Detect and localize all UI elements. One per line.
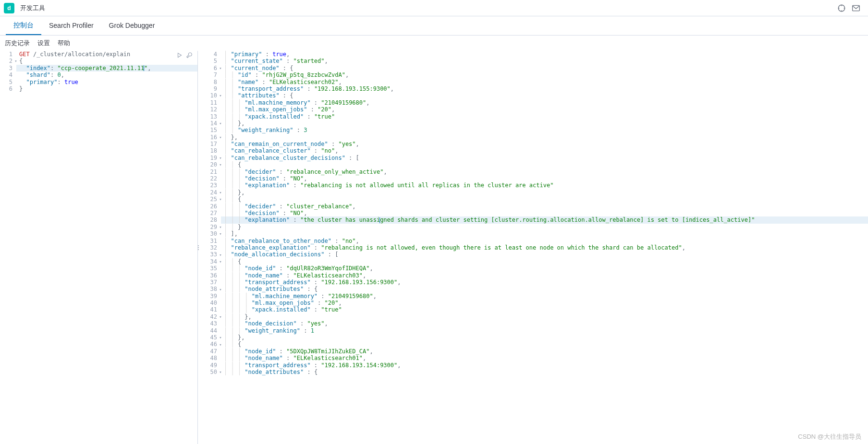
response-line[interactable]: │ │ │ "explanation" : "the cluster has u… (221, 216, 868, 223)
send-request-icon[interactable] (176, 52, 183, 59)
fold-toggle[interactable]: ▾ (218, 341, 223, 348)
fold-toggle[interactable]: ▾ (218, 224, 223, 230)
response-line[interactable]: │ │ }, (221, 334, 868, 341)
response-line[interactable]: │ }, (221, 134, 868, 141)
response-line[interactable]: │ │ "attributes" : { (221, 92, 868, 99)
mail-icon[interactable] (852, 4, 860, 12)
response-line[interactable]: │ "node_allocation_decisions" : [ (221, 251, 868, 258)
response-line[interactable]: │ "can_remain_on_current_node" : "yes", (221, 141, 868, 147)
response-line[interactable]: │ │ "transport_address" : "192.168.193.1… (221, 85, 868, 92)
request-line[interactable]: "index": "ccp-cooperate_2021.11.11", (16, 65, 197, 72)
response-line[interactable]: │ │ │ "node_id" : "dqUlR82oR3WmYqofIDHEQ… (221, 265, 868, 272)
fold-toggle[interactable]: ▾ (218, 334, 223, 341)
fold-toggle[interactable]: ▾ (218, 313, 223, 320)
response-line[interactable]: │ │ │ │ "ml.max_open_jobs" : "20", (221, 300, 868, 306)
response-line[interactable]: │ │ │ "ml.max_open_jobs" : "20", (221, 106, 868, 113)
fold-toggle[interactable]: ▾ (218, 120, 223, 127)
fold-toggle[interactable]: ▾ (218, 196, 223, 203)
response-line[interactable]: │ "current_node" : { (221, 65, 868, 72)
fold-toggle[interactable]: ▾ (218, 369, 223, 375)
response-line[interactable]: │ │ │ "transport_address" : "192.168.193… (221, 362, 868, 369)
response-line[interactable]: │ │ │ "node_decision" : "yes", (221, 320, 868, 327)
response-line[interactable]: │ │ │ "xpack.installed" : "true" (221, 113, 868, 120)
response-line[interactable]: │ │ "name" : "ELKelasticsearch02", (221, 79, 868, 85)
response-line[interactable]: │ │ │ │ "ml.machine_memory" : "210491596… (221, 293, 868, 300)
inspect-icon[interactable] (837, 4, 846, 12)
tab-search-profiler[interactable]: Search Profiler (41, 16, 101, 35)
response-line[interactable]: │ │ { (221, 161, 868, 168)
header-title: 开发工具 (20, 4, 45, 12)
response-line[interactable]: │ "can_rebalance_to_other_node" : "no", (221, 238, 868, 244)
response-line[interactable]: │ │ │ "decision" : "NO", (221, 210, 868, 216)
response-viewer[interactable]: 4567891011121314151617181920212223242526… (198, 51, 868, 444)
response-line[interactable]: │ │ │ "node_name" : "ELKelasticsearch01"… (221, 355, 868, 361)
watermark: CSDN @大往生指导员 (798, 432, 861, 441)
header-bar: d 开发工具 (0, 0, 868, 16)
response-line[interactable]: │ │ │ "explanation" : "rebalancing is no… (221, 182, 868, 189)
fold-toggle[interactable]: ▾ (218, 286, 223, 293)
menu-help[interactable]: 帮助 (58, 39, 70, 48)
request-editor[interactable]: 123456 GET /_cluster/allocation/explain{… (0, 51, 198, 444)
fold-toggle[interactable]: ▾ (218, 161, 223, 168)
fold-toggle[interactable]: ▾ (218, 92, 223, 99)
response-line[interactable]: │ │ { (221, 196, 868, 203)
response-line[interactable]: │ │ "weight_ranking" : 3 (221, 127, 868, 133)
response-line[interactable]: │ "primary" : true, (221, 51, 868, 58)
request-line[interactable]: "primary": true (16, 79, 197, 85)
console-menubar: 历史记录 设置 帮助 (0, 36, 868, 51)
tab-console[interactable]: 控制台 (6, 16, 41, 35)
response-line[interactable]: │ │ │ "transport_address" : "192.168.193… (221, 279, 868, 286)
app-icon: d (4, 3, 14, 13)
request-line[interactable]: "shard": 0, (16, 72, 197, 78)
fold-toggle[interactable]: ▾ (13, 58, 18, 64)
response-line[interactable]: │ │ │ "node_attributes" : { (221, 369, 868, 375)
response-line[interactable]: │ │ }, (221, 120, 868, 127)
response-line[interactable]: │ │ │ "weight_ranking" : 1 (221, 327, 868, 334)
response-line[interactable]: │ │ │ "decision" : "NO", (221, 175, 868, 182)
response-line[interactable]: │ │ │ "ml.machine_memory" : "21049159680… (221, 99, 868, 106)
fold-toggle[interactable]: ▾ (218, 258, 223, 265)
response-line[interactable]: │ │ { (221, 258, 868, 265)
fold-toggle[interactable]: ▾ (218, 189, 223, 196)
response-line[interactable]: │ │ │ }, (221, 313, 868, 320)
response-line[interactable]: │ │ } (221, 224, 868, 230)
response-line[interactable]: │ │ │ "decider" : "cluster_rebalance", (221, 203, 868, 210)
response-line[interactable]: │ │ { (221, 341, 868, 348)
response-line[interactable]: │ │ }, (221, 189, 868, 196)
response-line[interactable]: │ │ │ "node_id" : "5DXQpJW8TmiJIhZukED_C… (221, 348, 868, 355)
response-line[interactable]: │ "can_rebalance_cluster" : "no", (221, 147, 868, 154)
fold-toggle[interactable]: ▾ (218, 155, 223, 161)
menu-history[interactable]: 历史记录 (5, 39, 30, 48)
request-line[interactable]: } (16, 85, 197, 92)
wrench-icon[interactable] (186, 52, 193, 59)
tabs-bar: 控制台 Search Profiler Grok Debugger (0, 16, 868, 36)
response-line[interactable]: │ │ │ "node_name" : "ELKelasticsearch03"… (221, 272, 868, 279)
fold-toggle[interactable]: ▾ (218, 230, 223, 237)
fold-toggle[interactable]: ▾ (218, 252, 223, 258)
tab-grok-debugger[interactable]: Grok Debugger (101, 16, 163, 35)
response-line[interactable]: │ │ │ │ "xpack.installed" : "true" (221, 306, 868, 313)
response-line[interactable]: │ │ │ "decider" : "rebalance_only_when_a… (221, 168, 868, 175)
menu-settings[interactable]: 设置 (37, 39, 50, 48)
request-line[interactable]: GET /_cluster/allocation/explain (16, 51, 197, 58)
response-line[interactable]: │ │ "id" : "rhjG2W_pStq_8zzbcwZvdA", (221, 72, 868, 78)
response-line[interactable]: │ ], (221, 230, 868, 237)
fold-toggle[interactable]: ▾ (218, 134, 223, 141)
response-line[interactable]: │ "rebalance_explanation" : "rebalancing… (221, 244, 868, 251)
panel-resizer[interactable] (197, 245, 200, 250)
response-line[interactable]: │ │ │ "node_attributes" : { (221, 286, 868, 292)
fold-toggle[interactable]: ▾ (218, 65, 223, 72)
response-line[interactable]: │ "can_rebalance_cluster_decisions" : [ (221, 155, 868, 161)
request-line[interactable]: { (16, 58, 197, 64)
response-line[interactable]: │ "current_state" : "started", (221, 58, 868, 64)
